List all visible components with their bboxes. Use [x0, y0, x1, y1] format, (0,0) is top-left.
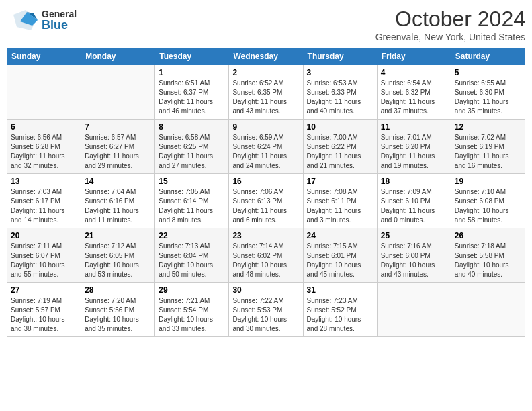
day-info: Sunrise: 7:19 AM Sunset: 5:57 PM Dayligh… [11, 296, 77, 334]
day-info: Sunrise: 6:57 AM Sunset: 6:27 PM Dayligh… [85, 133, 151, 171]
calendar-cell: 27Sunrise: 7:19 AM Sunset: 5:57 PM Dayli… [7, 283, 81, 337]
day-number: 5 [455, 68, 521, 77]
day-number: 19 [455, 177, 521, 186]
day-info: Sunrise: 7:00 AM Sunset: 6:22 PM Dayligh… [307, 133, 373, 171]
logo-blue-text: Blue [42, 19, 77, 31]
weekday-header: Saturday [451, 48, 525, 65]
day-number: 27 [11, 285, 77, 295]
day-info: Sunrise: 7:23 AM Sunset: 5:52 PM Dayligh… [307, 296, 373, 334]
calendar-cell: 2Sunrise: 6:52 AM Sunset: 6:35 PM Daylig… [229, 65, 303, 120]
day-number: 7 [85, 122, 151, 132]
day-info: Sunrise: 7:20 AM Sunset: 5:56 PM Dayligh… [85, 296, 151, 334]
calendar-cell: 28Sunrise: 7:20 AM Sunset: 5:56 PM Dayli… [81, 283, 155, 337]
calendar-cell: 26Sunrise: 7:18 AM Sunset: 5:58 PM Dayli… [451, 228, 525, 283]
day-number: 8 [159, 122, 225, 132]
day-number: 25 [381, 231, 447, 240]
day-info: Sunrise: 6:58 AM Sunset: 6:25 PM Dayligh… [159, 133, 225, 171]
day-number: 20 [11, 231, 77, 240]
calendar-cell: 18Sunrise: 7:09 AM Sunset: 6:10 PM Dayli… [377, 174, 451, 228]
calendar-cell: 19Sunrise: 7:10 AM Sunset: 6:08 PM Dayli… [451, 174, 525, 228]
day-info: Sunrise: 7:09 AM Sunset: 6:10 PM Dayligh… [381, 187, 447, 225]
weekday-header: Monday [81, 48, 155, 65]
day-number: 18 [381, 177, 447, 186]
calendar-cell: 10Sunrise: 7:00 AM Sunset: 6:22 PM Dayli… [303, 120, 377, 174]
day-number: 15 [159, 177, 225, 186]
day-number: 4 [381, 68, 447, 77]
weekday-header: Friday [377, 48, 451, 65]
day-info: Sunrise: 6:54 AM Sunset: 6:32 PM Dayligh… [381, 79, 447, 116]
weekday-header: Thursday [303, 48, 377, 65]
calendar-cell: 4Sunrise: 6:54 AM Sunset: 6:32 PM Daylig… [377, 65, 451, 120]
weekday-header: Wednesday [229, 48, 303, 65]
title-block: October 2024 Greenvale, New York, United… [375, 7, 525, 42]
logo: General Blue [7, 7, 77, 34]
page-header: General Blue October 2024 Greenvale, New… [7, 7, 525, 42]
day-info: Sunrise: 7:05 AM Sunset: 6:14 PM Dayligh… [159, 187, 225, 225]
day-info: Sunrise: 7:12 AM Sunset: 6:05 PM Dayligh… [85, 242, 151, 279]
day-number: 26 [455, 231, 521, 240]
day-info: Sunrise: 7:22 AM Sunset: 5:53 PM Dayligh… [232, 296, 299, 334]
calendar-cell: 7Sunrise: 6:57 AM Sunset: 6:27 PM Daylig… [81, 120, 155, 174]
calendar-cell: 25Sunrise: 7:16 AM Sunset: 6:00 PM Dayli… [377, 228, 451, 283]
calendar-week-row: 6Sunrise: 6:56 AM Sunset: 6:28 PM Daylig… [7, 120, 525, 174]
day-number: 13 [11, 177, 77, 186]
day-number: 12 [455, 122, 521, 132]
day-number: 21 [85, 231, 151, 240]
calendar-cell: 14Sunrise: 7:04 AM Sunset: 6:16 PM Dayli… [81, 174, 155, 228]
day-number: 2 [232, 68, 299, 77]
calendar-cell: 30Sunrise: 7:22 AM Sunset: 5:53 PM Dayli… [229, 283, 303, 337]
calendar-cell [7, 65, 81, 120]
calendar-cell: 29Sunrise: 7:21 AM Sunset: 5:54 PM Dayli… [155, 283, 229, 337]
calendar-cell: 16Sunrise: 7:06 AM Sunset: 6:13 PM Dayli… [229, 174, 303, 228]
day-info: Sunrise: 6:56 AM Sunset: 6:28 PM Dayligh… [11, 133, 77, 171]
calendar-cell: 15Sunrise: 7:05 AM Sunset: 6:14 PM Dayli… [155, 174, 229, 228]
day-number: 30 [232, 285, 299, 295]
day-info: Sunrise: 6:51 AM Sunset: 6:37 PM Dayligh… [159, 79, 225, 116]
calendar-cell: 20Sunrise: 7:11 AM Sunset: 6:07 PM Dayli… [7, 228, 81, 283]
calendar-cell: 6Sunrise: 6:56 AM Sunset: 6:28 PM Daylig… [7, 120, 81, 174]
calendar-cell: 31Sunrise: 7:23 AM Sunset: 5:52 PM Dayli… [303, 283, 377, 337]
calendar-cell: 24Sunrise: 7:15 AM Sunset: 6:01 PM Dayli… [303, 228, 377, 283]
day-info: Sunrise: 7:13 AM Sunset: 6:04 PM Dayligh… [159, 242, 225, 279]
day-number: 16 [232, 177, 299, 186]
calendar-cell: 5Sunrise: 6:55 AM Sunset: 6:30 PM Daylig… [451, 65, 525, 120]
calendar-week-row: 13Sunrise: 7:03 AM Sunset: 6:17 PM Dayli… [7, 174, 525, 228]
day-info: Sunrise: 7:16 AM Sunset: 6:00 PM Dayligh… [381, 242, 447, 279]
day-info: Sunrise: 7:11 AM Sunset: 6:07 PM Dayligh… [11, 242, 77, 279]
calendar-cell: 13Sunrise: 7:03 AM Sunset: 6:17 PM Dayli… [7, 174, 81, 228]
weekday-header-row: SundayMondayTuesdayWednesdayThursdayFrid… [7, 48, 525, 65]
day-number: 11 [381, 122, 447, 132]
calendar-table: SundayMondayTuesdayWednesdayThursdayFrid… [7, 48, 525, 337]
calendar-cell: 3Sunrise: 6:53 AM Sunset: 6:33 PM Daylig… [303, 65, 377, 120]
calendar-cell: 9Sunrise: 6:59 AM Sunset: 6:24 PM Daylig… [229, 120, 303, 174]
day-number: 3 [307, 68, 373, 77]
day-number: 31 [307, 285, 373, 295]
day-info: Sunrise: 6:52 AM Sunset: 6:35 PM Dayligh… [232, 79, 299, 116]
day-number: 29 [159, 285, 225, 295]
calendar-cell [451, 283, 525, 337]
day-number: 10 [307, 122, 373, 132]
logo-general-text: General [42, 9, 77, 19]
day-info: Sunrise: 6:53 AM Sunset: 6:33 PM Dayligh… [307, 79, 373, 116]
location-text: Greenvale, New York, United States [375, 32, 525, 42]
day-number: 23 [232, 231, 299, 240]
day-number: 22 [159, 231, 225, 240]
day-number: 6 [11, 122, 77, 132]
calendar-week-row: 1Sunrise: 6:51 AM Sunset: 6:37 PM Daylig… [7, 65, 525, 120]
calendar-cell: 22Sunrise: 7:13 AM Sunset: 6:04 PM Dayli… [155, 228, 229, 283]
calendar-week-row: 20Sunrise: 7:11 AM Sunset: 6:07 PM Dayli… [7, 228, 525, 283]
calendar-cell: 12Sunrise: 7:02 AM Sunset: 6:19 PM Dayli… [451, 120, 525, 174]
month-title: October 2024 [375, 7, 525, 32]
weekday-header: Tuesday [155, 48, 229, 65]
day-number: 24 [307, 231, 373, 240]
day-info: Sunrise: 7:18 AM Sunset: 5:58 PM Dayligh… [455, 242, 521, 279]
day-info: Sunrise: 7:21 AM Sunset: 5:54 PM Dayligh… [159, 296, 225, 334]
calendar-cell [377, 283, 451, 337]
day-number: 28 [85, 285, 151, 295]
day-number: 17 [307, 177, 373, 186]
day-info: Sunrise: 7:08 AM Sunset: 6:11 PM Dayligh… [307, 187, 373, 225]
calendar-cell: 8Sunrise: 6:58 AM Sunset: 6:25 PM Daylig… [155, 120, 229, 174]
day-number: 14 [85, 177, 151, 186]
weekday-header: Sunday [7, 48, 81, 65]
calendar-week-row: 27Sunrise: 7:19 AM Sunset: 5:57 PM Dayli… [7, 283, 525, 337]
